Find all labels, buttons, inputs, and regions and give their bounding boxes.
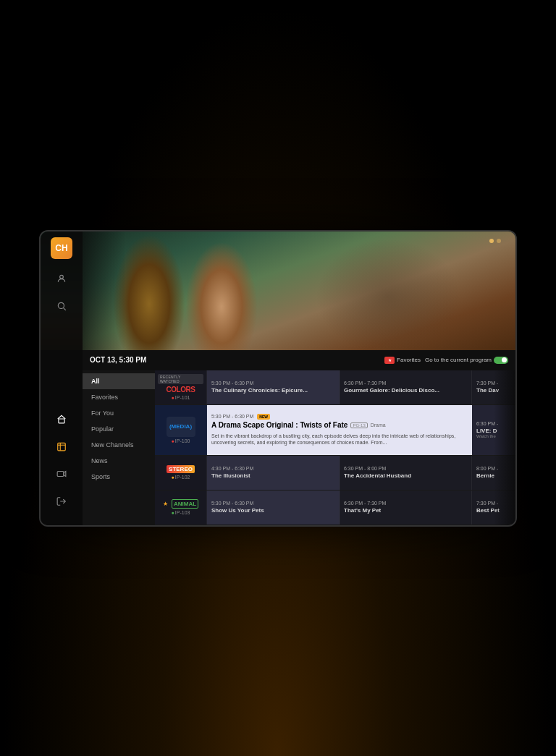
recently-watched-badge: RECENTLY WATCHED	[158, 374, 203, 384]
app-logo: CH	[51, 237, 72, 259]
rating-genre: A Drama Scape Original : Twists of Fate …	[211, 421, 467, 430]
channel-101-programs: 5:30 PM - 6:30 PM The Culinary Chronicle…	[207, 370, 515, 404]
program-time: 5:30 PM - 6:30 PM	[211, 501, 334, 506]
svg-rect-3	[59, 419, 64, 423]
category-popular[interactable]: Popular	[83, 421, 155, 437]
program-title-focused: A Drama Scape Original : Twists of Fate	[211, 421, 348, 430]
category-sports[interactable]: Sports	[83, 469, 155, 485]
live-desc: Watch the	[476, 434, 510, 438]
rating-badge: PG-13	[350, 422, 367, 428]
channel-103-programs: 5:30 PM - 6:30 PM Show Us Your Pets 6:30…	[207, 490, 515, 524]
channel-number-101: ●IP-101	[172, 395, 190, 400]
category-news[interactable]: News	[83, 453, 155, 469]
goto-current-button[interactable]: Go to the current program	[425, 357, 508, 364]
program-title: The Illusionist	[211, 472, 334, 479]
channel-name-101: COLORS	[167, 386, 195, 394]
program-title: Show Us Your Pets	[211, 507, 334, 514]
outer-background: CH	[0, 0, 556, 756]
channel-name-100: (MEDIA)	[169, 423, 192, 430]
sidebar: CH	[41, 232, 83, 525]
time-bar-actions: ★ Favorites Go to the current program	[384, 357, 508, 364]
svg-point-1	[58, 302, 64, 308]
program-101-1[interactable]: 5:30 PM - 6:30 PM The Culinary Chronicle…	[207, 370, 340, 404]
program-time: 5:30 PM - 6:30 PM	[211, 381, 334, 386]
favorites-button[interactable]: ★ Favorites	[384, 357, 421, 364]
program-102-2[interactable]: 6:30 PM - 8:00 PM The Accidental Husband	[340, 456, 472, 490]
program-102-3[interactable]: 8:00 PM - Bernie	[472, 456, 515, 490]
new-badge: NEW	[257, 414, 270, 420]
program-time: 6:30 PM -	[476, 421, 510, 426]
goto-label: Go to the current program	[425, 357, 492, 363]
channel-logo-101: RECENTLY WATCHED COLORS ●IP-101	[155, 370, 207, 404]
favorites-label: Favorites	[397, 357, 421, 363]
program-title: LIVE: D	[476, 428, 510, 434]
svg-marker-8	[64, 471, 66, 476]
channel-logo-103: ★ ANIMAL ●IP-103	[155, 490, 207, 524]
svg-rect-7	[57, 471, 64, 476]
channel-row-101: RECENTLY WATCHED COLORS ●IP-101 5:30 PM …	[155, 370, 515, 405]
sidebar-icon-profile[interactable]	[51, 268, 72, 289]
svg-rect-4	[58, 443, 66, 451]
channel-100-programs: 5:30 PM - 6:30 PM NEW A Drama Scape Orig…	[207, 405, 515, 455]
program-100-focused[interactable]: 5:30 PM - 6:30 PM NEW A Drama Scape Orig…	[207, 405, 472, 455]
program-time: 7:30 PM -	[476, 501, 510, 506]
channel-row-103: ★ ANIMAL ●IP-103 5:30 PM - 6:30 PM Show …	[155, 490, 515, 525]
program-time: 4:30 PM - 6:30 PM	[211, 466, 334, 471]
program-102-1[interactable]: 4:30 PM - 6:30 PM The Illusionist	[207, 456, 340, 490]
toggle-icon	[494, 357, 508, 364]
current-datetime: OCT 13, 5:30 PM	[90, 356, 146, 364]
program-time: 7:30 PM -	[476, 381, 510, 386]
hero-dots	[489, 239, 501, 243]
channel-number-100: ●IP-100	[172, 438, 190, 443]
category-favorites[interactable]: Favorites	[83, 389, 155, 405]
program-103-2[interactable]: 6:30 PM - 7:30 PM That's My Pet	[340, 490, 472, 524]
sidebar-icon-home[interactable]	[51, 408, 72, 430]
channel-row-102: STEREO ●IP-102 4:30 PM - 6:30 PM The Ill…	[155, 456, 515, 490]
favorites-icon: ★	[384, 357, 395, 364]
program-time: 6:30 PM - 7:30 PM	[344, 501, 467, 506]
channel-102-programs: 4:30 PM - 6:30 PM The Illusionist 6:30 P…	[207, 456, 515, 490]
sidebar-icon-search[interactable]	[51, 295, 72, 317]
program-101-3[interactable]: 7:30 PM - The Dav	[472, 370, 515, 404]
program-100-2[interactable]: 6:30 PM - LIVE: D Watch the	[472, 405, 515, 455]
channel-number-102: ●IP-102	[172, 475, 190, 480]
svg-point-0	[60, 275, 64, 279]
categories-panel: All Favorites For You Popular New Channe…	[83, 370, 155, 525]
program-description: Set in the vibrant backdrop of a bustlin…	[211, 433, 467, 446]
hero-image	[41, 232, 515, 350]
program-title: That's My Pet	[344, 507, 467, 514]
time-bar: OCT 13, 5:30 PM ★ Favorites Go to the cu…	[83, 350, 515, 370]
sidebar-icon-guide[interactable]	[51, 436, 72, 457]
main-content: OCT 13, 5:30 PM ★ Favorites Go to the cu…	[83, 350, 515, 525]
program-title: The Dav	[476, 387, 510, 394]
channel-number-103: ●IP-103	[172, 510, 190, 515]
category-for-you[interactable]: For You	[83, 405, 155, 421]
program-103-1[interactable]: 5:30 PM - 6:30 PM Show Us Your Pets	[207, 490, 340, 524]
channel-row-100: (MEDIA) ●IP-100 5:30 PM - 6:30 PM NEW A …	[155, 405, 515, 456]
tv-screen: CH	[39, 230, 517, 527]
category-new-channels[interactable]: New Channels	[83, 437, 155, 453]
program-grid: RECENTLY WATCHED COLORS ●IP-101 5:30 PM …	[155, 370, 515, 525]
sidebar-icon-exit[interactable]	[51, 490, 72, 512]
starred-icon: ★	[163, 501, 168, 507]
channel-name-103: ANIMAL	[172, 499, 198, 509]
category-all[interactable]: All	[83, 373, 155, 389]
program-time: 6:30 PM - 7:30 PM	[344, 381, 467, 386]
program-101-2[interactable]: 6:30 PM - 7:30 PM Gourmet Galore: Delici…	[340, 370, 472, 404]
channel-logo-100: (MEDIA) ●IP-100	[155, 405, 207, 455]
program-title: Bernie	[476, 472, 510, 479]
program-title: Gourmet Galore: Delicious Disco...	[344, 387, 467, 394]
genre-text: Drama	[371, 422, 386, 428]
program-103-3[interactable]: 7:30 PM - Best Pet	[472, 490, 515, 524]
program-time: 5:30 PM - 6:30 PM NEW	[211, 414, 467, 420]
program-title: The Culinary Chronicles: Epicure...	[211, 387, 334, 394]
program-title: The Accidental Husband	[344, 472, 467, 479]
channel-logo-102: STEREO ●IP-102	[155, 456, 207, 490]
channel-name-102: STEREO	[167, 465, 195, 473]
program-title: Best Pet	[476, 507, 510, 514]
program-time: 6:30 PM - 8:00 PM	[344, 466, 467, 471]
channel-grid: All Favorites For You Popular New Channe…	[83, 370, 515, 525]
sidebar-icon-video[interactable]	[51, 463, 72, 485]
svg-line-2	[64, 307, 66, 310]
program-time: 8:00 PM -	[476, 466, 510, 471]
